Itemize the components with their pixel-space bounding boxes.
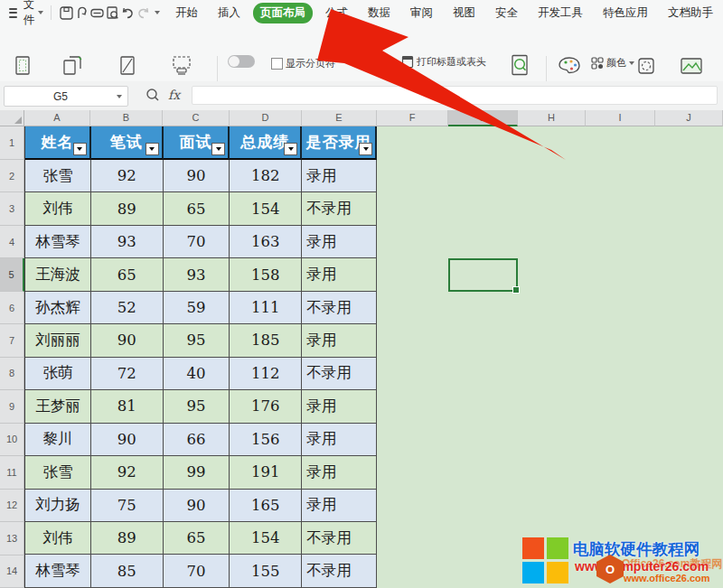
table-cell[interactable]: 163: [230, 226, 302, 258]
row-header-2[interactable]: 2: [0, 160, 24, 192]
hamburger-menu-icon[interactable]: [9, 5, 17, 20]
table-header-cell[interactable]: 总成绩: [230, 126, 302, 160]
row-header-11[interactable]: 11: [0, 456, 24, 489]
select-all-corner[interactable]: [0, 110, 24, 126]
row-header-1[interactable]: 1: [0, 126, 24, 160]
table-cell[interactable]: 林雪琴: [25, 226, 91, 258]
formula-input[interactable]: [192, 86, 718, 105]
print-preview-icon[interactable]: [105, 4, 120, 22]
table-cell[interactable]: 95: [164, 324, 230, 357]
table-cell[interactable]: 92: [91, 160, 164, 192]
filter-dropdown-icon[interactable]: [211, 143, 225, 155]
table-cell[interactable]: 52: [91, 292, 164, 324]
row-header-12[interactable]: 12: [0, 490, 24, 522]
table-cell[interactable]: 录用: [302, 258, 377, 291]
menu-tab[interactable]: 审阅: [403, 3, 440, 23]
fx-icon[interactable]: fx: [168, 88, 180, 102]
table-cell[interactable]: 录用: [302, 160, 377, 192]
table-cell[interactable]: 93: [164, 258, 230, 291]
table-cell[interactable]: 158: [230, 258, 302, 291]
table-header-cell[interactable]: 笔试: [91, 126, 164, 160]
magnifier-icon[interactable]: [145, 87, 161, 103]
table-cell[interactable]: 155: [230, 555, 302, 587]
table-cell[interactable]: 112: [230, 358, 302, 390]
table-cell[interactable]: 录用: [302, 456, 377, 489]
table-cell[interactable]: 72: [91, 358, 164, 390]
export-pdf-icon[interactable]: [74, 4, 89, 22]
menu-tab[interactable]: 安全: [488, 3, 525, 23]
column-header-J[interactable]: J: [655, 110, 723, 126]
table-cell[interactable]: 张萌: [25, 358, 91, 390]
table-cell[interactable]: 92: [91, 456, 164, 489]
table-cell[interactable]: 81: [91, 390, 164, 423]
print-titles-button[interactable]: 打印标题或表头: [401, 55, 486, 69]
print-icon[interactable]: [89, 4, 105, 22]
filter-dropdown-icon[interactable]: [284, 143, 297, 155]
name-box-dropdown-icon[interactable]: [117, 95, 122, 98]
row-header-13[interactable]: 13: [0, 522, 24, 555]
show-page-breaks-checkbox[interactable]: 显示分页符: [271, 57, 335, 70]
table-cell[interactable]: 刘力扬: [25, 490, 91, 522]
undo-icon[interactable]: [120, 4, 136, 22]
row-header-10[interactable]: 10: [0, 424, 24, 456]
table-cell[interactable]: 刘伟: [25, 192, 91, 225]
table-cell[interactable]: 林雪琴: [25, 555, 91, 587]
toggle-switch-icon[interactable]: [228, 55, 255, 68]
table-cell[interactable]: 111: [230, 292, 302, 324]
menu-tab[interactable]: 公式: [318, 3, 355, 23]
column-header-G[interactable]: G: [448, 110, 518, 126]
table-cell[interactable]: 95: [164, 390, 230, 423]
column-header-C[interactable]: C: [163, 110, 230, 126]
row-header-4[interactable]: 4: [0, 226, 24, 258]
table-cell[interactable]: 90: [91, 324, 164, 357]
table-cell[interactable]: 录用: [302, 424, 377, 456]
table-cell[interactable]: 75: [91, 490, 164, 522]
more-commands-icon[interactable]: [151, 4, 164, 22]
row-header-14[interactable]: 14: [0, 555, 24, 588]
table-cell[interactable]: 182: [230, 160, 302, 192]
page-break-preview-toggle[interactable]: [228, 55, 255, 68]
row-header-3[interactable]: 3: [0, 192, 24, 225]
row-header-6[interactable]: 6: [0, 292, 24, 324]
table-cell[interactable]: 40: [164, 358, 230, 390]
table-cell[interactable]: 65: [164, 192, 230, 225]
table-cell[interactable]: 不录用: [302, 522, 377, 555]
checkbox-icon[interactable]: [271, 58, 283, 70]
table-cell[interactable]: 王梦丽: [25, 390, 91, 423]
table-cell[interactable]: 70: [164, 226, 230, 258]
column-header-H[interactable]: H: [518, 110, 586, 126]
filter-dropdown-icon[interactable]: [359, 143, 372, 155]
table-cell[interactable]: 不录用: [302, 292, 377, 324]
table-cell[interactable]: 156: [230, 424, 302, 456]
row-header-9[interactable]: 9: [0, 390, 24, 423]
table-cell[interactable]: 154: [230, 522, 302, 555]
menu-tab[interactable]: 插入: [211, 3, 248, 23]
table-cell[interactable]: 154: [230, 192, 302, 225]
row-header-5[interactable]: 5: [0, 258, 24, 291]
table-cell[interactable]: 录用: [302, 324, 377, 357]
table-cell[interactable]: 录用: [302, 226, 377, 258]
table-cell[interactable]: 66: [164, 424, 230, 456]
menu-tab[interactable]: 开始: [168, 3, 205, 23]
table-cell[interactable]: 191: [230, 456, 302, 489]
fill-handle[interactable]: [512, 286, 520, 294]
column-header-F[interactable]: F: [377, 110, 448, 126]
menu-tab[interactable]: 数据: [361, 3, 398, 23]
table-cell[interactable]: 不录用: [302, 555, 377, 587]
row-header-7[interactable]: 7: [0, 324, 24, 357]
redo-icon[interactable]: [136, 4, 151, 22]
table-cell[interactable]: 99: [164, 456, 230, 489]
table-cell[interactable]: 不录用: [302, 192, 377, 225]
menu-tab[interactable]: 页面布局: [253, 3, 313, 23]
table-cell[interactable]: 89: [91, 522, 164, 555]
table-cell[interactable]: 刘丽丽: [25, 324, 91, 357]
menu-tab[interactable]: 特色应用: [596, 3, 655, 23]
table-cell[interactable]: 录用: [302, 390, 377, 423]
table-cell[interactable]: 65: [91, 258, 164, 291]
menu-tab[interactable]: 文档助手: [661, 3, 720, 23]
filter-dropdown-icon[interactable]: [146, 143, 159, 155]
table-header-cell[interactable]: 姓名: [25, 126, 91, 160]
cell-name-box[interactable]: G5: [4, 86, 128, 107]
table-cell[interactable]: 张雪: [25, 160, 91, 192]
column-header-B[interactable]: B: [90, 110, 163, 126]
